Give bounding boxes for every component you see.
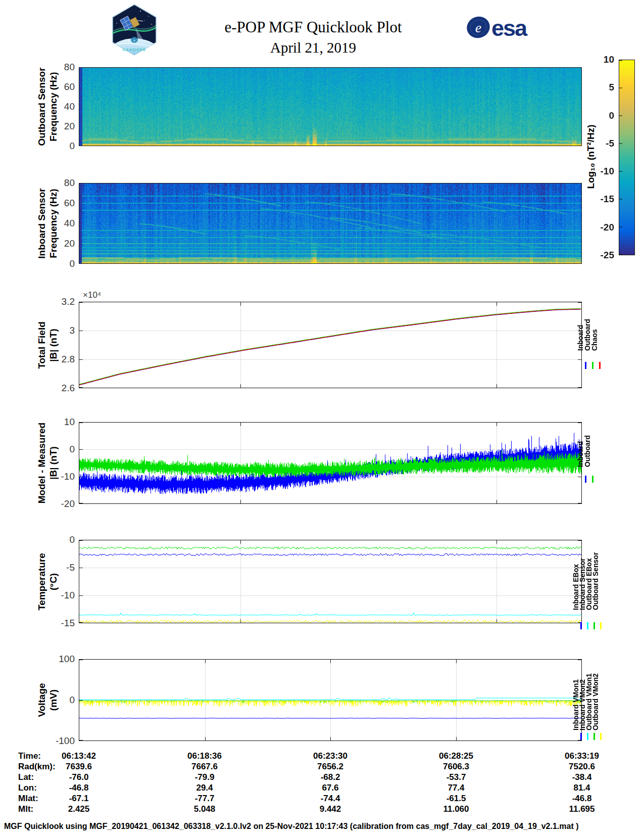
table-cell: -74.4: [287, 794, 373, 804]
total-field-canvas: [79, 302, 581, 388]
colorbar-tick-label: 10: [564, 54, 614, 65]
table-cell: 5.048: [162, 804, 247, 814]
legend-marker: [600, 733, 602, 740]
table-cell: 06:13:42: [36, 751, 122, 761]
table-cell: -46.8: [36, 783, 122, 793]
y-tick-label: 80: [0, 62, 75, 73]
table-cell: -53.7: [413, 772, 499, 782]
table-cell: -76.0: [36, 772, 122, 782]
y-tick-label: 60: [0, 81, 75, 92]
table-row-label: Lon:: [18, 783, 37, 793]
table-cell: 11.060: [413, 804, 499, 814]
total-field-panel: [79, 302, 582, 388]
ylabel-line: Model - Measured: [36, 423, 47, 503]
voltage-panel: [79, 659, 582, 741]
y-tick-label: 0: [0, 444, 75, 455]
y-tick-label: 2.6: [0, 383, 75, 394]
table-row-label: Lat:: [18, 772, 34, 782]
table-row-label: Mlt:: [18, 804, 33, 814]
legend-marker: [592, 362, 593, 369]
table-cell: 81.4: [539, 783, 625, 793]
colorbar-canvas: [619, 60, 634, 255]
y-tick-label: 0: [0, 534, 75, 545]
table-cell: -79.9: [162, 772, 247, 782]
colorbar-tick-label: 0: [564, 110, 614, 121]
table-cell: 7667.6: [162, 762, 247, 772]
y-tick-label: -10: [0, 590, 75, 601]
legend-marker: [587, 733, 588, 740]
colorbar-tick-label: -15: [564, 194, 614, 205]
legend-marker: [593, 622, 595, 629]
legend-marker: [580, 733, 582, 740]
table-cell: 2.425: [36, 804, 122, 814]
legend-label-outboard: Outboard: [584, 435, 591, 467]
y-tick-label: 0: [0, 258, 75, 269]
table-cell: 06:28:25: [413, 751, 499, 761]
y-axis-label-model-measured: Model - Measured|B| (nT): [19, 422, 76, 504]
quicklook-figure: e CASSIOPE e-POP MGF Quicklook Plot Apri…: [0, 0, 644, 834]
table-cell: 7639.6: [36, 762, 122, 772]
esa-logo-text: esa: [491, 15, 528, 41]
table-cell: 06:18:36: [162, 751, 247, 761]
esa-logo: e esa: [462, 13, 538, 43]
table-cell: 7656.2: [287, 762, 373, 772]
inboard-spectrogram-canvas: [79, 183, 581, 263]
colorbar-axis-label: Log₁₀ (nT²/Hz): [585, 76, 597, 238]
legend-label-outboard-vmon2: Outboard VMon2: [592, 673, 600, 730]
axis-offset-label: ×10⁴: [83, 290, 101, 300]
ylabel-line: Temperature: [36, 553, 47, 611]
legend-marker: [585, 476, 586, 483]
table-cell: 7606.3: [413, 762, 499, 772]
table-cell: -46.8: [539, 794, 625, 804]
model-measured-canvas: [79, 423, 581, 503]
y-tick-label: 0: [0, 694, 75, 706]
y-tick-label: 0: [0, 141, 75, 152]
table-row-label: Mlat:: [18, 794, 38, 804]
y-tick-label: 10: [0, 416, 75, 428]
table-cell: -38.4: [539, 772, 625, 782]
y-axis-label-total-field: Total Field|B| (nT): [19, 302, 76, 388]
legend-label-chaos: Chaos: [591, 329, 599, 351]
y-tick-label: 40: [0, 101, 75, 112]
outboard-spectrogram-canvas: [79, 68, 581, 146]
table-cell: -67.1: [36, 794, 122, 804]
table-cell: 29.4: [162, 783, 247, 793]
esa-globe-letter: e: [475, 20, 481, 35]
legend-marker: [592, 476, 593, 483]
table-cell: 67.6: [287, 783, 373, 793]
ylabel-line: |B| (nT): [47, 423, 59, 503]
y-tick-label: 60: [0, 198, 75, 209]
legend-marker: [600, 622, 602, 629]
colorbar-tick-label: -5: [564, 138, 614, 149]
table-cell: 06:33:19: [539, 751, 625, 761]
y-tick-label: 80: [0, 177, 75, 189]
table-cell: -77.7: [162, 794, 247, 804]
ylabel-line: (°C): [47, 553, 59, 611]
model-measured-panel: [79, 422, 582, 504]
y-tick-label: -15: [0, 618, 75, 629]
temperature-canvas: [79, 540, 581, 623]
table-cell: 06:23:30: [287, 751, 373, 761]
legend-marker: [580, 622, 582, 629]
y-tick-label: -10: [0, 471, 75, 482]
legend-label-outboard-sensor: Outboard Sensor: [592, 552, 600, 610]
y-tick-label: -100: [0, 735, 75, 747]
table-cell: -61.5: [413, 794, 499, 804]
colorbar: [619, 60, 635, 255]
legend-marker: [587, 622, 588, 629]
table-cell: 7520.6: [539, 762, 625, 772]
outboard-spectrogram-panel: [79, 67, 582, 146]
y-tick-label: 20: [0, 121, 75, 132]
y-tick-label: -5: [0, 562, 75, 573]
y-tick-label: 3.2: [0, 296, 75, 307]
temperature-panel: [79, 540, 582, 623]
y-tick-label: 3: [0, 325, 75, 336]
colorbar-tick-label: -20: [564, 222, 614, 233]
y-tick-label: -20: [0, 498, 75, 509]
y-tick-label: 100: [0, 654, 75, 665]
legend-marker: [599, 362, 601, 369]
voltage-canvas: [79, 660, 581, 740]
legend-marker: [585, 362, 586, 369]
colorbar-tick-label: -10: [564, 166, 614, 177]
table-cell: -68.2: [287, 772, 373, 782]
